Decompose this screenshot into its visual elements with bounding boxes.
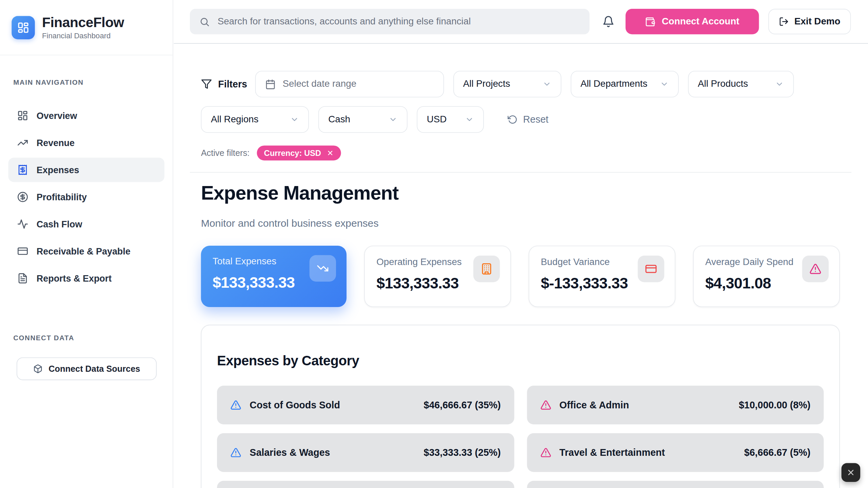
brand-header: FinanceFlow Financial Dashboard bbox=[0, 0, 173, 55]
trending-up-icon bbox=[17, 137, 28, 148]
close-icon[interactable] bbox=[327, 149, 334, 157]
main-navigation: Overview Revenue Expenses Profitability bbox=[8, 103, 164, 290]
credit-card-icon bbox=[17, 246, 28, 257]
sidebar-item-label: Expenses bbox=[37, 165, 79, 175]
sidebar-item-overview[interactable]: Overview bbox=[8, 103, 164, 128]
connect-account-button[interactable]: Connect Account bbox=[626, 9, 759, 34]
stat-card-total-expenses[interactable]: Total Expenses $133,333.33 bbox=[201, 245, 347, 307]
basis-select[interactable]: Cash bbox=[318, 106, 408, 133]
connect-data-sources-button[interactable]: Connect Data Sources bbox=[17, 358, 157, 380]
close-icon bbox=[846, 468, 855, 477]
chevron-down-icon bbox=[542, 80, 551, 88]
sidebar-item-profitability[interactable]: Profitability bbox=[8, 185, 164, 209]
stat-card-operating-expenses[interactable]: Operating Expenses $133,333.33 bbox=[364, 245, 511, 307]
credit-card-icon bbox=[638, 256, 664, 282]
file-text-icon bbox=[17, 273, 28, 284]
category-row-professional-services[interactable]: Professional Services $3,333.33 (3%) bbox=[527, 481, 824, 488]
category-name: Office & Admin bbox=[559, 399, 629, 411]
category-name: Travel & Entertainment bbox=[559, 447, 665, 458]
category-row-cost-of-goods-sold[interactable]: Cost of Goods Sold $46,666.67 (35%) bbox=[217, 386, 514, 424]
category-value: $10,000.00 (8%) bbox=[739, 399, 810, 411]
rotate-ccw-icon bbox=[508, 115, 517, 124]
currency-select[interactable]: USD bbox=[417, 106, 484, 133]
connect-section-label: CONNECT DATA bbox=[13, 334, 159, 342]
departments-select[interactable]: All Departments bbox=[570, 71, 678, 97]
sidebar-item-revenue[interactable]: Revenue bbox=[8, 130, 164, 155]
activity-icon bbox=[17, 219, 28, 230]
chevron-down-icon bbox=[389, 115, 397, 124]
projects-select[interactable]: All Projects bbox=[453, 71, 561, 97]
products-select-value: All Products bbox=[698, 79, 748, 90]
alert-triangle-icon bbox=[540, 400, 551, 411]
category-row-office-admin[interactable]: Office & Admin $10,000.00 (8%) bbox=[527, 386, 824, 424]
page-subtitle: Monitor and control business expenses bbox=[201, 217, 840, 229]
page-title: Expense Management bbox=[201, 182, 840, 204]
category-name: Salaries & Wages bbox=[250, 447, 330, 458]
category-value: $46,666.67 (35%) bbox=[424, 399, 501, 411]
stat-cards: Total Expenses $133,333.33 Operating Exp… bbox=[201, 245, 840, 307]
category-row-travel-entertainment[interactable]: Travel & Entertainment $6,666.67 (5%) bbox=[527, 433, 824, 472]
building-icon bbox=[473, 256, 500, 282]
calendar-icon bbox=[265, 79, 275, 89]
category-row-salaries-wages[interactable]: Salaries & Wages $33,333.33 (25%) bbox=[217, 433, 514, 472]
layout-dashboard-icon bbox=[17, 110, 28, 121]
reset-filters-button[interactable]: Reset bbox=[504, 113, 552, 126]
active-filters-row: Active filters: Currency: USD bbox=[201, 145, 840, 160]
app-title: FinanceFlow bbox=[42, 15, 124, 30]
departments-select-value: All Departments bbox=[580, 79, 647, 90]
brand-text: FinanceFlow Financial Dashboard bbox=[42, 15, 124, 40]
search-input[interactable] bbox=[216, 16, 580, 28]
layout-dashboard-icon bbox=[17, 21, 29, 34]
sidebar-item-label: Reports & Export bbox=[37, 273, 112, 284]
chevron-down-icon bbox=[775, 80, 784, 88]
close-widget-button[interactable] bbox=[842, 463, 861, 482]
date-range-input[interactable]: Select date range bbox=[255, 71, 444, 97]
category-name: Cost of Goods Sold bbox=[250, 399, 340, 411]
projects-select-value: All Projects bbox=[463, 79, 510, 90]
section-divider bbox=[190, 172, 851, 173]
alert-triangle-icon bbox=[802, 256, 829, 282]
app-logo bbox=[12, 16, 35, 39]
currency-select-value: USD bbox=[427, 114, 447, 125]
alert-triangle-icon bbox=[230, 447, 241, 458]
category-row-marketing[interactable]: Marketing $20,000.00 (15%) bbox=[217, 481, 514, 488]
category-value: $6,666.67 (5%) bbox=[744, 447, 810, 458]
expenses-by-category-title: Expenses by Category bbox=[217, 353, 824, 369]
receipt-icon bbox=[17, 164, 28, 176]
active-filter-chip-text: Currency: USD bbox=[264, 148, 321, 157]
category-grid: Cost of Goods Sold $46,666.67 (35%) Offi… bbox=[217, 386, 824, 488]
global-search[interactable] bbox=[190, 9, 590, 34]
stat-card-budget-variance[interactable]: Budget Variance $-133,333.33 bbox=[529, 245, 675, 307]
app-tagline: Financial Dashboard bbox=[42, 31, 124, 39]
filters-row-2: All Regions Cash USD bbox=[201, 106, 840, 133]
filters-label: Filters bbox=[218, 78, 247, 90]
search-icon bbox=[199, 16, 210, 27]
regions-select[interactable]: All Regions bbox=[201, 106, 309, 133]
chevron-down-icon bbox=[290, 115, 299, 124]
sidebar-item-cash-flow[interactable]: Cash Flow bbox=[8, 212, 164, 236]
basis-select-value: Cash bbox=[328, 114, 350, 125]
sidebar-item-reports-export[interactable]: Reports & Export bbox=[8, 266, 164, 290]
trending-down-icon bbox=[310, 255, 336, 281]
notifications-button[interactable] bbox=[602, 16, 614, 28]
topbar: Connect Account Exit Demo bbox=[174, 0, 868, 44]
category-value: $33,333.33 (25%) bbox=[424, 447, 501, 458]
sidebar-item-label: Profitability bbox=[37, 192, 87, 202]
stat-card-average-daily-spend[interactable]: Average Daily Spend $4,301.08 bbox=[693, 245, 840, 307]
exit-demo-button[interactable]: Exit Demo bbox=[768, 9, 851, 34]
funnel-icon bbox=[201, 79, 212, 90]
sidebar-item-label: Revenue bbox=[37, 138, 75, 148]
filters-header: Filters bbox=[201, 78, 247, 90]
products-select[interactable]: All Products bbox=[688, 71, 794, 97]
log-out-icon bbox=[779, 17, 789, 26]
sidebar-item-expenses[interactable]: Expenses bbox=[8, 158, 164, 182]
main-content: Filters Select date range All Projects A… bbox=[174, 44, 868, 488]
active-filter-chip-currency[interactable]: Currency: USD bbox=[257, 145, 341, 160]
alert-triangle-icon bbox=[230, 400, 241, 411]
connect-data-sources-label: Connect Data Sources bbox=[48, 364, 140, 373]
date-range-placeholder: Select date range bbox=[283, 79, 357, 90]
app-root: FinanceFlow Financial Dashboard MAIN NAV… bbox=[0, 0, 868, 488]
wallet-icon bbox=[645, 16, 656, 27]
connect-account-label: Connect Account bbox=[662, 16, 739, 27]
sidebar-item-receivable-payable[interactable]: Receivable & Payable bbox=[8, 239, 164, 263]
